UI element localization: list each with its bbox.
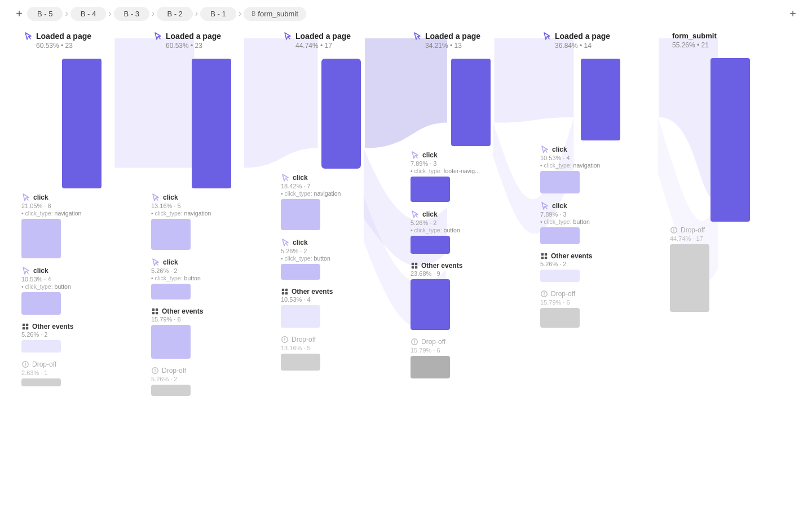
- event-block-col-bform-0: Drop-off44.74% · 17: [670, 226, 791, 316]
- svg-rect-10: [156, 312, 158, 314]
- other-events-label-col-b5-2: Other events: [21, 323, 142, 331]
- event-bar-col-b2-2[interactable]: [411, 279, 450, 330]
- event-bar-col-b2-1[interactable]: [411, 236, 450, 254]
- event-bar-col-b3-2[interactable]: [281, 305, 320, 328]
- dropoff-label-col-b4-3: Drop-off: [151, 367, 272, 375]
- event-attr-col-b1-0: • click_type: navigation: [540, 162, 661, 169]
- svg-point-34: [544, 295, 544, 296]
- event-bar-col-b4-0[interactable]: [151, 219, 191, 250]
- event-sub-col-b4-0: 13.16% · 5: [151, 202, 272, 209]
- event-label-col-b1-1: click: [540, 201, 661, 210]
- col-header-col-bform: form_submit55.26% • 21: [670, 27, 791, 56]
- other-events-title-col-b4-2: Other events: [162, 307, 203, 315]
- event-block-col-b2-2: Other events23.68% · 9: [411, 262, 531, 334]
- cursor-icon: [21, 266, 30, 275]
- col-header-sub-col-bform: 55.26% • 21: [672, 41, 709, 49]
- svg-rect-9: [152, 312, 155, 314]
- step-pill-B-5[interactable]: B - 5: [27, 7, 63, 21]
- event-title-col-b1-1: click: [552, 202, 567, 210]
- event-attr-col-b2-1: • click_type: button: [411, 227, 531, 234]
- event-label-col-b5-1: click: [21, 266, 142, 275]
- step-pill-B-4[interactable]: B - 4: [70, 7, 106, 21]
- dropoff-sub-col-bform-0: 44.74% · 17: [670, 235, 791, 242]
- event-bar-col-b2-0[interactable]: [411, 177, 450, 202]
- event-bar-col-b3-1[interactable]: [281, 264, 320, 280]
- event-label-col-b4-1: click: [151, 258, 272, 267]
- col-header-col-b5: Loaded a page60.53% • 23: [21, 27, 142, 56]
- col-title-text-col-b1: Loaded a page: [555, 32, 610, 41]
- cursor-icon: [540, 145, 549, 154]
- event-bar-col-b3-3[interactable]: [281, 354, 320, 371]
- event-block-col-b3-2: Other events10.53% · 4: [281, 288, 401, 332]
- event-title-col-b5-1: click: [33, 267, 48, 275]
- dropoff-icon: [151, 367, 159, 375]
- event-bar-col-b5-3[interactable]: [21, 378, 61, 386]
- main-bar-col-b3[interactable]: [321, 59, 361, 169]
- cursor-icon: [540, 201, 549, 210]
- col-header-title-col-b2: Loaded a page: [413, 32, 480, 41]
- svg-point-6: [25, 365, 25, 366]
- col-header-sub-col-b2: 34.21% • 13: [413, 42, 462, 50]
- event-attr-col-b1-1: • click_type: button: [540, 218, 661, 225]
- main-bar-col-b4[interactable]: [192, 59, 231, 188]
- event-bar-col-b1-0[interactable]: [540, 171, 580, 193]
- add-left-button[interactable]: +: [11, 6, 27, 21]
- event-sub-col-b4-1: 5.26% · 2: [151, 267, 272, 274]
- step-pill-B-2[interactable]: B - 2: [157, 7, 192, 21]
- col-title-text-col-bform: form_submit: [672, 32, 717, 40]
- step-pill-B-1[interactable]: B - 1: [200, 7, 236, 21]
- column-col-b3: Loaded a page44.74% • 17 click18.42% · 7…: [276, 27, 406, 511]
- event-block-col-b3-0: click18.42% · 7• click_type: navigation: [281, 173, 401, 235]
- svg-rect-30: [541, 257, 544, 259]
- dropoff-title-col-b2-3: Drop-off: [421, 338, 445, 346]
- svg-rect-22: [415, 263, 417, 265]
- event-bar-col-bform-0[interactable]: [670, 244, 709, 312]
- event-block-col-b4-0: click13.16% · 5• click_type: navigation: [151, 193, 272, 254]
- event-sub-col-b5-0: 21.05% · 8: [21, 202, 142, 209]
- main-bar-col-b5[interactable]: [62, 59, 102, 188]
- event-attr-col-b5-1: • click_type: button: [21, 283, 142, 290]
- event-label-col-b5-0: click: [21, 193, 142, 202]
- cursor-icon: [281, 173, 290, 182]
- event-bar-col-b2-3[interactable]: [411, 356, 450, 378]
- event-block-col-b1-1: click7.89% · 3• click_type: button: [540, 201, 661, 249]
- main-bar-col-b2[interactable]: [451, 59, 491, 146]
- main-bar-col-b1[interactable]: [581, 59, 620, 140]
- step-pill-B-3[interactable]: B - 3: [114, 7, 149, 21]
- event-bar-col-b5-1[interactable]: [21, 292, 61, 315]
- event-attr-col-b4-1: • click_type: button: [151, 275, 272, 281]
- step-arrow: ›: [195, 8, 198, 19]
- event-bar-col-b1-1[interactable]: [540, 227, 580, 244]
- event-block-col-b4-1: click5.26% · 2• click_type: button: [151, 258, 272, 304]
- event-bar-col-b4-2[interactable]: [151, 325, 191, 359]
- event-block-col-b5-1: click10.53% · 4• click_type: button: [21, 266, 142, 319]
- event-block-col-b5-3: Drop-off2.63% · 1: [21, 360, 142, 391]
- event-bar-col-b1-2[interactable]: [540, 270, 580, 282]
- step-pill-B-form_submit[interactable]: Bform_submit: [244, 7, 306, 21]
- event-bar-col-b5-2[interactable]: [21, 340, 61, 353]
- other-events-label-col-b2-2: Other events: [411, 262, 531, 270]
- event-bar-col-b3-0[interactable]: [281, 199, 320, 230]
- dropoff-icon: [411, 338, 418, 346]
- event-attr-col-b4-0: • click_type: navigation: [151, 210, 272, 217]
- column-col-bform: form_submit55.26% • 21 Drop-off44.74% · …: [665, 27, 795, 511]
- main-bar-col-bform[interactable]: [710, 58, 750, 222]
- svg-rect-31: [545, 257, 547, 259]
- event-bar-col-b4-1[interactable]: [151, 284, 191, 299]
- dropoff-title-col-bform-0: Drop-off: [681, 226, 705, 234]
- event-block-col-b3-3: Drop-off13.16% · 5: [281, 336, 401, 375]
- canvas: + B - 5›B - 4›B - 3›B - 2›B - 1›Bform_su…: [0, 0, 812, 511]
- svg-rect-23: [412, 266, 414, 268]
- grid-icon: [540, 252, 548, 260]
- steps-row: B - 5›B - 4›B - 3›B - 2›B - 1›Bform_subm…: [27, 7, 785, 21]
- event-bar-col-b4-3[interactable]: [151, 385, 191, 396]
- event-bar-col-b1-3[interactable]: [540, 308, 580, 328]
- add-right-button[interactable]: +: [785, 6, 801, 21]
- event-sub-col-b1-0: 10.53% · 4: [540, 155, 661, 161]
- grid-icon: [281, 288, 289, 296]
- event-bar-col-b5-0[interactable]: [21, 219, 61, 258]
- other-events-title-col-b2-2: Other events: [421, 262, 462, 270]
- step-arrow: ›: [152, 8, 155, 19]
- event-attr-col-b3-1: • click_type: button: [281, 255, 401, 262]
- event-label-col-b2-0: click: [411, 151, 531, 160]
